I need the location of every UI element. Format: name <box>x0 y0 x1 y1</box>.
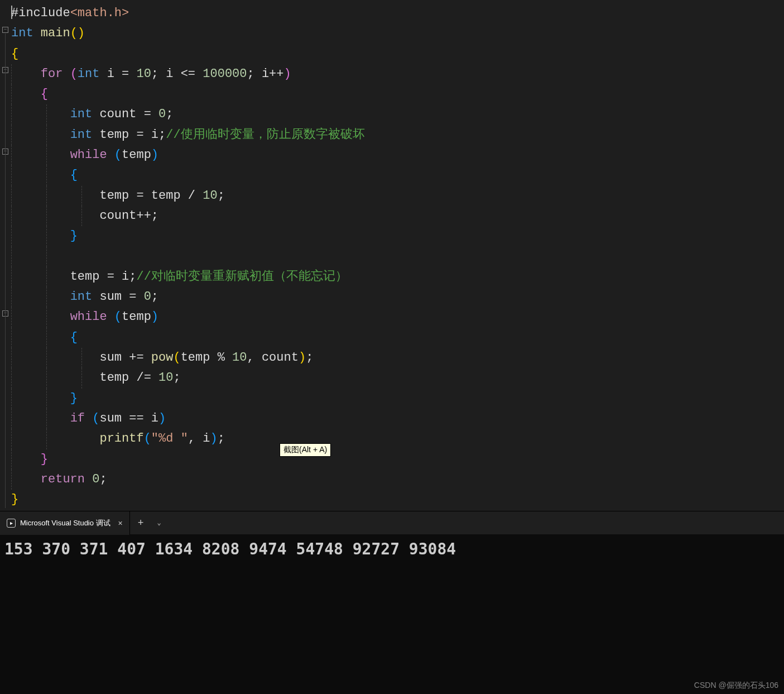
code-line[interactable]: printf("%d ", i); <box>11 429 784 449</box>
code-line[interactable]: int sum = 0; <box>11 287 784 307</box>
code-line[interactable] <box>11 247 784 267</box>
code-line[interactable]: #include<math.h> <box>11 3 784 23</box>
tab-dropdown-button[interactable]: ⌄ <box>152 519 167 527</box>
fold-line <box>5 33 6 508</box>
code-line[interactable]: } <box>11 449 784 470</box>
code-line[interactable]: { <box>11 165 784 185</box>
code-line[interactable]: int temp = i;//使用临时变量，防止原数字被破坏 <box>11 125 784 145</box>
console-output[interactable]: 153 370 371 407 1634 8208 9474 54748 927… <box>0 534 784 694</box>
code-line[interactable]: while (temp) <box>11 307 784 327</box>
code-line[interactable]: int count = 0; <box>11 104 784 125</box>
terminal-tab-bar: ▸ Microsoft Visual Studio 调试 × + ⌄ <box>0 511 784 534</box>
code-line[interactable]: } <box>11 226 784 246</box>
fold-marker[interactable]: − <box>2 27 8 33</box>
code-line[interactable]: sum += pow(temp % 10, count); <box>11 348 784 368</box>
code-area[interactable]: #include<math.h> int main() { for (int i… <box>11 0 784 511</box>
code-line[interactable]: } <box>11 389 784 409</box>
tab-title: Microsoft Visual Studio 调试 <box>20 518 110 528</box>
code-line[interactable]: int main() <box>11 23 784 44</box>
code-line[interactable]: } <box>11 490 784 510</box>
console-icon: ▸ <box>7 519 16 528</box>
code-line[interactable]: { <box>11 328 784 348</box>
code-editor[interactable]: − − − − #include<math.h> int main() { fo… <box>0 0 784 511</box>
code-line[interactable]: for (int i = 10; i <= 100000; i++) <box>11 64 784 84</box>
code-line[interactable]: temp = i;//对临时变量重新赋初值（不能忘记） <box>11 267 784 287</box>
code-line[interactable]: count++; <box>11 206 784 226</box>
add-tab-button[interactable]: + <box>130 518 152 529</box>
console-line: 153 370 371 407 1634 8208 9474 54748 927… <box>4 540 780 558</box>
fold-gutter: − − − − <box>0 0 11 511</box>
close-icon[interactable]: × <box>118 519 123 528</box>
code-line[interactable]: return 0; <box>11 470 784 490</box>
code-line[interactable]: { <box>11 84 784 104</box>
code-line[interactable]: { <box>11 44 784 64</box>
code-line[interactable]: temp /= 10; <box>11 368 784 388</box>
screenshot-tooltip: 截图(Alt + A) <box>280 443 331 457</box>
watermark: CSDN @倔强的石头106 <box>694 681 778 691</box>
debug-console-tab[interactable]: ▸ Microsoft Visual Studio 调试 × <box>0 511 130 535</box>
code-line[interactable]: temp = temp / 10; <box>11 186 784 206</box>
code-line[interactable]: if (sum == i) <box>11 409 784 429</box>
code-line[interactable]: while (temp) <box>11 145 784 165</box>
